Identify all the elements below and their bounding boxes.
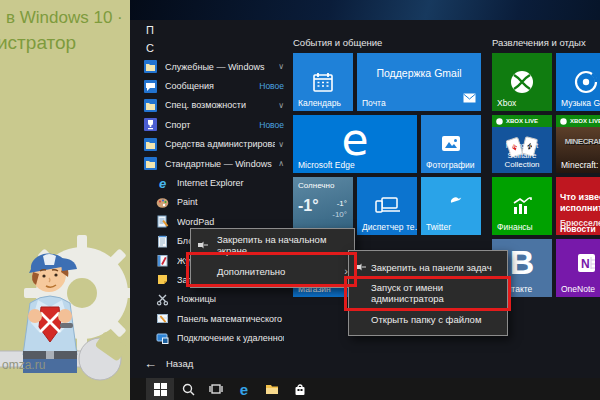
tile-onenote[interactable]: N OneNote — [556, 239, 600, 297]
app-list-item[interactable]: Спорт Новое — [136, 115, 288, 134]
tile-phone-companion[interactable]: Диспетчер те… — [357, 177, 417, 235]
weather-temp: -1° — [298, 197, 319, 215]
tile-microsoft-edge[interactable]: e Microsoft Edge — [293, 115, 417, 173]
tile-calendar[interactable]: Календарь — [293, 53, 353, 111]
menu-item-label: Открыть папку с файлом — [371, 314, 481, 325]
tile-label: Фотографии — [426, 160, 475, 170]
chevron-down-icon: ∨ — [278, 101, 284, 110]
app-list-item[interactable]: Подключение к удаленному р… — [136, 328, 288, 347]
app-list-item[interactable]: e Internet Explorer — [136, 173, 288, 192]
app-list-item[interactable]: Paint — [136, 193, 288, 212]
new-badge: Новое — [259, 120, 284, 130]
tile-group-header: Развлечения и отдых — [492, 37, 586, 48]
chevron-up-icon: ∧ — [278, 159, 284, 168]
tile-label: Xbox — [497, 98, 516, 108]
back-button[interactable]: ← Назад — [144, 357, 193, 370]
tile-solitaire[interactable]: XBOX LIVE Microsoft Solitaire Collection — [492, 115, 552, 173]
tile-label: Финансы — [497, 222, 533, 232]
tile-label: Музыка Gro — [561, 98, 600, 108]
mail-icon — [463, 89, 476, 107]
edge-logo: e — [293, 115, 417, 163]
task-view-button[interactable] — [202, 378, 230, 400]
taskbar-search-button[interactable] — [174, 378, 202, 400]
app-list-item[interactable]: Служебные — Windows ∨ — [136, 57, 288, 76]
tile-group-header: События и общение — [293, 37, 382, 48]
store-bag-icon — [294, 383, 306, 396]
taskbar-store-button[interactable] — [286, 378, 314, 400]
start-button[interactable] — [146, 378, 174, 400]
windows-logo-icon — [154, 383, 167, 396]
news-ticker-new: Новости — [560, 224, 596, 234]
pin-icon — [355, 261, 371, 273]
chevron-down-icon: ∨ — [278, 140, 284, 149]
letter-label: П — [146, 24, 154, 36]
app-list-letter[interactable]: С — [136, 39, 288, 57]
tile-label: OneNote — [561, 284, 595, 294]
app-item-label: Средства администрирован… — [165, 139, 275, 149]
app-list-item[interactable]: Спец. возможности ∨ — [136, 96, 288, 115]
app-item-label: Подключение к удаленному р… — [177, 333, 284, 343]
app-item-label: Paint — [177, 197, 284, 207]
tile-news[interactable]: Что извест исполните Брюсселе Новости — [556, 177, 600, 235]
tile-label: Microsoft Edge — [298, 160, 355, 170]
taskbar-file-explorer-button[interactable] — [258, 378, 286, 400]
internet-explorer-icon: e — [156, 177, 169, 190]
news-headline: исполните — [560, 203, 600, 213]
article-panel: в Windows 10 · истратор — [0, 0, 130, 400]
wordpad-icon — [156, 215, 169, 228]
app-list-item[interactable]: Стандартные — Windows ∧ — [136, 154, 288, 173]
tile-twitter[interactable]: Twitter — [421, 177, 481, 235]
tile-xbox[interactable]: Xbox — [492, 53, 552, 111]
app-item-label: Стандартные — Windows — [165, 159, 275, 169]
svg-text:N: N — [581, 257, 590, 271]
tile-label: Календарь — [298, 98, 341, 108]
taskbar-edge-button[interactable]: e — [230, 378, 258, 400]
back-label: Назад — [166, 358, 193, 369]
edge-icon: e — [240, 382, 248, 397]
app-item-label: Служебные — Windows — [165, 62, 275, 72]
mail-notification-text: Поддержка Gmail — [357, 67, 481, 79]
tile-weather[interactable]: Солнечно -1° -1° -10° — [293, 177, 353, 235]
start-app-list: П С Служебные — Windows ∨ Сообщения Ново… — [136, 21, 288, 348]
tile-mail[interactable]: Поддержка Gmail Почта — [357, 53, 481, 111]
article-title-line1: в Windows 10 · — [6, 8, 123, 28]
app-list-item[interactable]: Ножницы — [136, 290, 288, 309]
xbox-live-banner: XBOX LIVE — [556, 115, 600, 127]
weather-high: -1° — [337, 199, 347, 208]
remote-desktop-icon — [156, 332, 169, 345]
app-list-letter[interactable]: П — [136, 21, 288, 39]
back-arrow-icon: ← — [144, 357, 157, 370]
folder-icon — [144, 99, 157, 112]
tile-money[interactable]: Финансы — [492, 177, 552, 235]
tile-label: Почта — [362, 98, 386, 108]
tile-label: Microsoft Solitaire Collection — [494, 141, 550, 169]
site-watermark: omza.ru — [2, 358, 45, 372]
app-item-label: Панель математического ввода — [177, 314, 284, 324]
journal-icon — [156, 254, 169, 267]
app-list-item[interactable]: Панель математического ввода — [136, 309, 288, 328]
chat-icon — [144, 80, 157, 93]
annotation-box-more — [186, 252, 357, 287]
tile-label: Диспетчер те… — [362, 222, 417, 232]
sticky-note-icon — [156, 273, 169, 286]
folder-icon — [144, 157, 157, 170]
app-item-label: Спорт — [165, 120, 256, 130]
xbox-ball-icon — [560, 118, 567, 125]
tile-label: Twitter — [426, 222, 451, 232]
scissors-icon — [156, 293, 169, 306]
sport-icon — [144, 118, 157, 131]
tile-grid-entertainment: Xbox Музыка Gro XBOX LIVE Microsoft Soli… — [492, 53, 600, 297]
weather-condition: Солнечно — [298, 181, 334, 190]
tile-groove-music[interactable]: Музыка Gro — [556, 53, 600, 111]
app-list-item[interactable]: Средства администрирован… ∨ — [136, 135, 288, 154]
folder-icon — [144, 138, 157, 151]
folder-icon — [144, 60, 157, 73]
tile-photos[interactable]: Фотографии — [421, 115, 481, 173]
tile-minecraft[interactable]: XBOX LIVE MINECRAFT Minecraft: W — [556, 115, 600, 173]
new-badge: Новое — [259, 81, 284, 91]
app-item-label: Сообщения — [165, 81, 256, 91]
app-list-item[interactable]: Сообщения Новое — [136, 76, 288, 95]
app-item-label: Ножницы — [177, 294, 284, 304]
search-icon — [182, 383, 195, 396]
app-item-label: WordPad — [177, 217, 284, 227]
